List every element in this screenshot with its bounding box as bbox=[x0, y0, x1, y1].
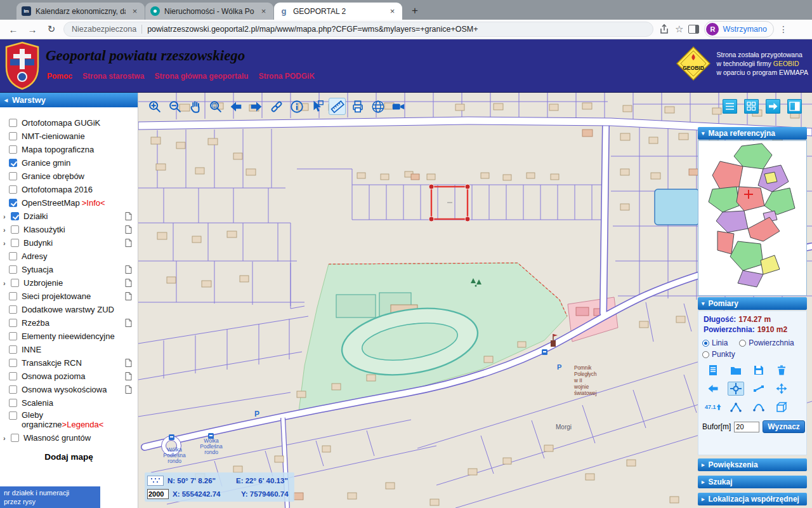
layer-checkbox[interactable] bbox=[9, 185, 17, 194]
layer-row-granice-gmin[interactable]: Granice gmin bbox=[0, 156, 138, 170]
search-panel-header[interactable]: ▸ Szukaj bbox=[698, 476, 807, 488]
tab-nieruchomosci[interactable]: Nieruchomości - Wólka Podleś × bbox=[145, 3, 273, 20]
layer-row-dodatkowe-zud[interactable]: Dodatkowe warstwy ZUD bbox=[0, 303, 138, 316]
layer-checkbox[interactable] bbox=[9, 332, 17, 340]
spline-button[interactable] bbox=[750, 400, 767, 414]
delete-button[interactable] bbox=[773, 363, 790, 377]
layer-row-klasouzytki[interactable]: ›Klasoużytki bbox=[0, 223, 138, 236]
open-button[interactable] bbox=[728, 363, 744, 377]
angle-button[interactable] bbox=[728, 400, 744, 414]
layer-checkbox[interactable] bbox=[9, 172, 17, 180]
document-icon[interactable] bbox=[125, 319, 132, 327]
layer-row-wlasnosc-gruntow[interactable]: ›Własność gruntów bbox=[0, 431, 138, 444]
zoom-out-button[interactable] bbox=[166, 98, 183, 115]
layer-checkbox[interactable] bbox=[9, 345, 17, 354]
move-button[interactable] bbox=[773, 382, 790, 396]
layer-checkbox[interactable] bbox=[9, 359, 17, 367]
url-text[interactable]: powiatrzeszowski.geoportal2.pl/map/www/m… bbox=[147, 25, 478, 34]
layer-checkbox[interactable] bbox=[11, 434, 19, 442]
browser-menu-icon[interactable]: ⋮ bbox=[779, 24, 788, 34]
radio-points[interactable] bbox=[702, 351, 709, 358]
document-icon[interactable] bbox=[125, 292, 132, 300]
layer-checkbox[interactable] bbox=[9, 399, 17, 407]
identify-button[interactable] bbox=[308, 98, 325, 115]
scale-input[interactable] bbox=[147, 489, 169, 499]
reference-map-panel-header[interactable]: ▾ Mapa referencyjna bbox=[698, 127, 807, 140]
layer-checkbox-checked[interactable] bbox=[9, 199, 17, 207]
menu-strona-starostwa[interactable]: Strona starostwa bbox=[82, 72, 144, 81]
address-bar[interactable]: Niezabezpieczona powiatrzeszowski.geopor… bbox=[63, 22, 653, 37]
layer-checkbox[interactable] bbox=[9, 385, 17, 394]
next-view-button[interactable] bbox=[247, 98, 265, 115]
layer-checkbox[interactable] bbox=[9, 265, 17, 274]
layer-row-budynki[interactable]: ›Budynki bbox=[0, 236, 138, 250]
layer-row-granice-obrebow[interactable]: Granice obrębów bbox=[0, 170, 138, 183]
geobid-logo[interactable]: GEOBID bbox=[676, 46, 711, 81]
draw-point-button-active[interactable] bbox=[728, 382, 744, 396]
close-icon[interactable]: × bbox=[388, 6, 397, 16]
forward-button[interactable]: → bbox=[25, 24, 39, 35]
bookmark-star-icon[interactable]: ☆ bbox=[675, 23, 683, 35]
buffer-apply-button[interactable]: Wyznacz bbox=[763, 420, 804, 433]
previous-view-button[interactable] bbox=[227, 98, 244, 115]
layer-checkbox-checked[interactable] bbox=[11, 212, 19, 220]
camera-button[interactable] bbox=[390, 98, 407, 115]
back-button[interactable]: ← bbox=[6, 24, 20, 35]
layer-checkbox[interactable] bbox=[9, 119, 17, 127]
layer-row-rzezba[interactable]: Rzeźba bbox=[0, 316, 138, 330]
expand-icon[interactable]: › bbox=[3, 239, 11, 247]
reload-button[interactable]: ↻ bbox=[44, 23, 58, 35]
security-label[interactable]: Niezabezpieczona bbox=[72, 25, 136, 34]
info-link[interactable]: >Info< bbox=[82, 198, 105, 208]
menu-strona-glowna[interactable]: Strona główna geoportalu bbox=[154, 72, 248, 81]
next-panel-button[interactable] bbox=[766, 99, 780, 114]
document-icon[interactable] bbox=[125, 279, 132, 287]
legend-link[interactable]: >Legenda< bbox=[62, 420, 104, 429]
tab-geoportal[interactable]: g GEOPORTAL 2 × bbox=[274, 3, 402, 20]
document-icon[interactable] bbox=[125, 239, 132, 247]
share-icon[interactable] bbox=[658, 23, 670, 35]
layer-row-elementy-nieewidencyjne[interactable]: Elementy nieewidencyjne bbox=[0, 330, 138, 343]
layer-checkbox[interactable] bbox=[9, 145, 17, 154]
layer-checkbox[interactable] bbox=[9, 305, 17, 314]
document-icon[interactable] bbox=[125, 212, 132, 220]
layer-row-inne[interactable]: INNE bbox=[0, 343, 138, 356]
undo-point-button[interactable] bbox=[705, 382, 721, 396]
reference-map[interactable] bbox=[698, 140, 807, 296]
legend-button[interactable] bbox=[723, 99, 737, 114]
mode-line-label[interactable]: Linia bbox=[712, 338, 728, 347]
link-button[interactable] bbox=[268, 98, 285, 115]
info-button[interactable] bbox=[288, 98, 305, 115]
close-icon[interactable]: × bbox=[259, 6, 268, 16]
map-viewport[interactable]: P P Wólka Podleśna rondo Wólka Podleśna … bbox=[138, 93, 812, 508]
layer-row-uzbrojenie[interactable]: ›Uzbrojenie bbox=[0, 276, 138, 290]
profile-paused-button[interactable]: R Wstrzymano bbox=[704, 21, 773, 37]
layer-row-sieci-projektowane[interactable]: Sieci projektowane bbox=[0, 290, 138, 303]
layer-checkbox[interactable] bbox=[11, 279, 19, 287]
collapse-icon[interactable]: ◂ bbox=[4, 97, 8, 104]
pan-button[interactable] bbox=[187, 98, 204, 115]
layer-checkbox[interactable] bbox=[9, 319, 17, 327]
layer-checkbox[interactable] bbox=[9, 252, 17, 260]
layer-row-dzialki[interactable]: ›Działki bbox=[0, 210, 138, 223]
reference-map-canvas[interactable] bbox=[698, 141, 806, 295]
mode-area-label[interactable]: Powierzchnia bbox=[749, 338, 794, 347]
layer-checkbox[interactable] bbox=[9, 411, 17, 420]
layer-row-transakcje-rcn[interactable]: Transakcje RCN bbox=[0, 356, 138, 370]
measurements-panel-header[interactable]: ▾ Pomiary bbox=[698, 297, 807, 310]
layer-row-gleby-organiczne[interactable]: Glebyorganiczne>Legenda< bbox=[0, 410, 138, 431]
layer-row-scalenia[interactable]: Scalenia bbox=[0, 396, 138, 410]
layer-checkbox[interactable] bbox=[9, 372, 17, 380]
layer-checkbox[interactable] bbox=[9, 292, 17, 300]
document-icon[interactable] bbox=[125, 385, 132, 394]
document-icon[interactable] bbox=[125, 372, 132, 380]
layer-row-ortofotomapa-gugik[interactable]: Ortofotomapa GUGiK bbox=[0, 116, 138, 130]
close-icon[interactable]: × bbox=[130, 6, 140, 16]
mode-points-label[interactable]: Punkty bbox=[712, 350, 735, 359]
locate-panel-header[interactable]: ▸ Lokalizacja współrzędnej bbox=[698, 493, 807, 505]
layer-row-osnowa-pozioma[interactable]: Osnowa pozioma bbox=[0, 370, 138, 383]
expand-icon[interactable]: › bbox=[3, 434, 11, 442]
layer-checkbox[interactable] bbox=[11, 225, 19, 234]
new-tab-button[interactable]: + bbox=[407, 3, 423, 19]
document-icon[interactable] bbox=[125, 265, 132, 274]
